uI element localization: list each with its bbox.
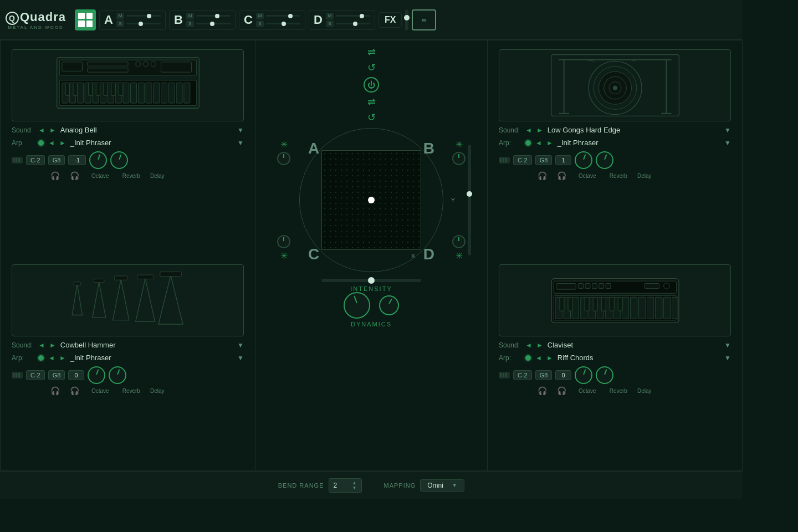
grid-view-icon[interactable] [75,9,96,30]
asterisk-right-top[interactable]: ✳ [456,139,463,150]
sound-prev-c[interactable]: ◄ [38,341,45,349]
sound-dropdown-d[interactable]: ▼ [724,341,731,349]
arp-preset-a: _Init Phraser [70,139,111,147]
arp-label-b: Arp: [499,139,521,147]
channel-c-label: C [244,13,254,27]
arp-next-a[interactable]: ► [59,139,66,147]
center-top-icons: ⇌ ↺ ⏻ ⇌ ↺ [364,46,379,124]
svg-rect-78 [630,297,637,319]
range-high-b[interactable]: G8 [535,155,553,165]
svg-rect-18 [122,83,129,103]
range-low-b[interactable]: C-2 [513,155,532,165]
channel-b-m-button[interactable]: M [186,13,194,19]
bend-range-input[interactable]: 2 ▲ ▼ [329,478,362,493]
octave-val-d[interactable]: 0 [555,370,571,380]
arp-prev-b[interactable]: ◄ [535,139,542,147]
channel-a-slider2[interactable] [126,23,161,24]
range-low-a[interactable]: C-2 [26,155,45,165]
bend-range-spinner[interactable]: ▲ ▼ [352,480,357,490]
channel-d-m-button[interactable]: M [326,13,334,19]
sound-next-b[interactable]: ► [536,126,543,134]
asterisk-right-bot[interactable]: ✳ [456,250,463,261]
reverb-knob-c[interactable] [88,366,105,384]
arp-dropdown-a[interactable]: ▼ [237,139,244,147]
reverb-knob-b[interactable] [575,151,592,169]
undo-icon-2[interactable]: ↺ [367,111,376,124]
channel-d-s-button[interactable]: S [326,21,334,27]
quadrant-a-instrument [12,49,244,121]
mapping-select[interactable]: Omni ▼ [420,479,464,492]
range-high-a[interactable]: G8 [48,155,65,165]
svg-rect-2 [62,62,82,71]
range-low-c[interactable]: C-2 [26,370,45,380]
y-label: Y [451,197,455,203]
channel-a-m-button[interactable]: M [116,13,124,19]
svg-rect-25 [176,83,182,103]
center-panel: ⇌ ↺ ⏻ ⇌ ↺ ✳ ✳ A B C D [255,40,488,471]
shuffle-icon[interactable]: ⇌ [367,46,376,58]
shuffle-icon-2[interactable]: ⇌ [367,96,376,108]
channel-a-slider[interactable] [126,15,161,17]
sound-prev-a[interactable]: ◄ [38,126,45,134]
delay-label-a: Delay [150,173,165,179]
sound-next-d[interactable]: ► [536,341,543,349]
channel-a-s-button[interactable]: S [116,21,124,27]
octave-val-a[interactable]: -1 [68,155,86,165]
undo-icon[interactable]: ↺ [367,62,376,74]
intensity-slider[interactable] [321,279,421,282]
sound-prev-b[interactable]: ◄ [525,126,532,134]
octave-val-c[interactable]: 0 [68,370,84,380]
range-high-d[interactable]: G8 [535,370,553,380]
arp-toggle-c[interactable] [38,355,44,361]
arp-toggle-d[interactable] [525,355,531,361]
channel-a-controls: M S [116,13,161,27]
range-low-d[interactable]: C-2 [513,370,532,380]
dynamics-knob-1[interactable] [344,292,370,319]
svg-rect-57 [160,272,181,277]
uvi-button[interactable]: ∞ [412,9,436,30]
sound-next-a[interactable]: ► [49,126,56,134]
channel-c-s-button[interactable]: S [256,21,264,27]
sound-prev-d[interactable]: ◄ [525,341,532,349]
sound-dropdown-b[interactable]: ▼ [724,126,731,134]
arp-toggle-b[interactable] [525,140,531,146]
knob-right-top[interactable] [452,152,466,165]
sound-dropdown-a[interactable]: ▼ [237,126,244,134]
quadrant-c-range: C-2 G8 0 [12,366,244,384]
arp-toggle-a[interactable] [38,140,44,146]
sound-dropdown-c[interactable]: ▼ [237,341,244,349]
delay-knob-a[interactable] [110,151,128,169]
asterisk-left-bot[interactable]: ✳ [280,250,288,261]
channel-b-s-button[interactable]: S [186,21,194,27]
arp-dropdown-c[interactable]: ▼ [237,354,244,362]
power-button[interactable]: ⏻ [364,77,379,93]
delay-knob-d[interactable] [596,366,613,384]
knob-left-top[interactable] [277,152,290,165]
arp-dropdown-b[interactable]: ▼ [724,139,731,147]
fx-button[interactable]: FX [378,12,402,28]
arp-prev-a[interactable]: ◄ [48,139,55,147]
arp-dropdown-d[interactable]: ▼ [724,354,731,362]
xy-pad[interactable]: X [321,150,421,250]
sound-next-c[interactable]: ► [49,341,56,349]
dynamics-knob-2[interactable] [379,295,399,315]
y-axis-slider[interactable] [468,145,471,255]
delay-knob-c[interactable] [109,366,126,384]
range-high-c[interactable]: G8 [48,370,65,380]
octave-val-b[interactable]: 1 [555,155,571,165]
arp-next-c[interactable]: ► [59,354,66,362]
arp-prev-c[interactable]: ◄ [48,354,55,362]
knob-left-bot[interactable] [277,235,290,248]
arp-next-d[interactable]: ► [546,354,553,362]
channel-c-m-button[interactable]: M [256,13,264,19]
knob-right-bot[interactable] [452,235,466,248]
quadrant-c-arp-row: Arp: ◄ ► _Init Phraser ▼ [12,354,244,362]
label-d: D [423,245,434,263]
arp-next-b[interactable]: ► [546,139,553,147]
master-volume-slider[interactable] [405,9,408,30]
reverb-knob-a[interactable] [89,151,107,169]
delay-knob-b[interactable] [596,151,613,169]
arp-prev-d[interactable]: ◄ [535,354,542,362]
reverb-knob-d[interactable] [575,366,592,384]
asterisk-left-top[interactable]: ✳ [280,139,288,150]
